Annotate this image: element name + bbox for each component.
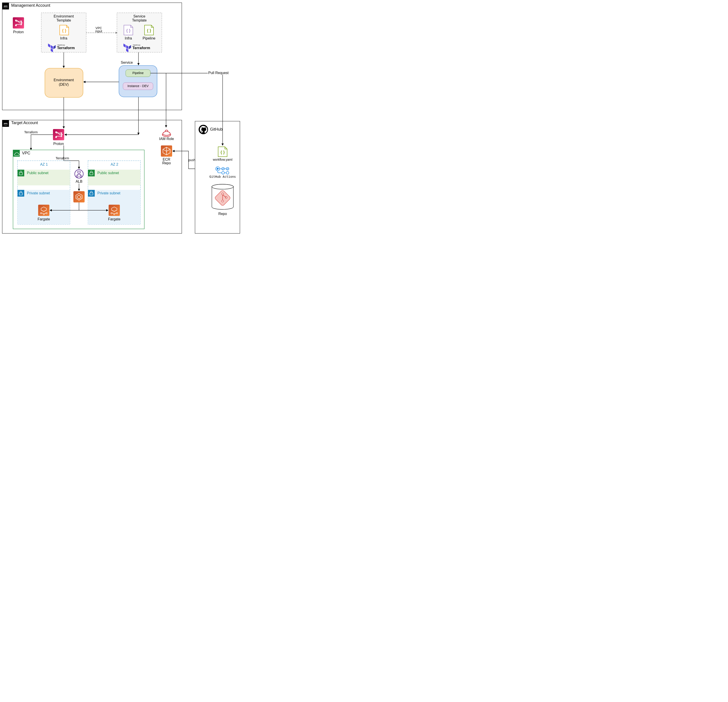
proton-icon: [13, 17, 24, 29]
svg-text:{ }: { }: [220, 150, 225, 155]
service-title: Service: [121, 61, 133, 64]
svg-point-70: [222, 193, 224, 195]
proton-to-vpc-terraform-edge: [31, 135, 53, 150]
service-instance-label: Instance - DEV: [127, 84, 149, 88]
vpc-input-edge: VPCinput: [86, 26, 117, 33]
env-template-tool-label: Terraform: [57, 46, 75, 50]
az1-label: AZ 1: [40, 162, 48, 166]
service-template-pipeline-label: Pipeline: [143, 36, 156, 40]
alb-icon: [75, 170, 83, 178]
svg-point-71: [222, 200, 224, 202]
repo-icon: [212, 184, 233, 209]
github-logo-icon: [199, 125, 208, 134]
environment-box: Environment(DEV): [45, 68, 83, 97]
service-template-pipeline-icon: { }: [144, 25, 153, 35]
service-template-tool-label: Terraform: [132, 46, 150, 50]
az2-public-subnet-label: Public subnet: [97, 171, 119, 175]
target-account-title: Target Account: [11, 120, 38, 125]
push-label: push: [189, 158, 195, 162]
ecs-icon: [74, 191, 85, 202]
az2-private-subnet-label: Private subnet: [97, 191, 120, 195]
svg-text:aws: aws: [4, 5, 7, 7]
service-template-infra-icon: { }: [124, 25, 133, 35]
svg-rect-32: [17, 170, 24, 176]
ecr-repo-label: ECR: [163, 157, 170, 161]
svg-text:{ }: { }: [126, 28, 130, 33]
svg-text:{ }: { }: [62, 28, 66, 33]
github-title: GitHub: [210, 127, 222, 131]
ecr-icon: [161, 146, 172, 157]
github-actions-label: GitHub Actions: [209, 175, 236, 178]
az1-fargate-label: Fargate: [38, 217, 50, 221]
svg-text:ECRRepo: ECRRepo: [162, 157, 171, 165]
svg-rect-37: [38, 205, 49, 216]
workflow-yaml-icon: { }: [218, 147, 227, 157]
svg-text:EnvironmentTemplate: EnvironmentTemplate: [53, 14, 74, 22]
repo-label: Repo: [218, 212, 227, 216]
terraform-edge-label-1: Terraform: [24, 130, 38, 134]
terraform-edge-label-2: Terraform: [56, 156, 69, 160]
proton-label: Proton: [13, 30, 23, 34]
proton-target-icon: [53, 129, 64, 140]
az1-private-subnet-label: Private subnet: [27, 191, 50, 195]
svg-point-66: [226, 172, 229, 174]
pull-request-label: Pull Request: [208, 71, 229, 75]
svg-rect-43: [88, 170, 95, 176]
az2-label: AZ 2: [111, 162, 118, 166]
architecture-diagram: aws Management Account Proton Environmen…: [0, 0, 243, 234]
alb-label: ALB: [76, 179, 82, 183]
env-template-infra-label: Infra: [60, 36, 67, 40]
environment-template-box: EnvironmentTemplate { } Infra HashiCorp …: [41, 13, 86, 52]
svg-point-68: [212, 184, 233, 189]
workflow-yaml-label: workflow.yaml: [212, 158, 232, 161]
svg-text:ServiceTemplate: ServiceTemplate: [132, 14, 147, 22]
svg-point-65: [222, 172, 224, 174]
service-template-box: ServiceTemplate { } Infra { } Pipeline H…: [117, 13, 162, 52]
iam-role-icon: [162, 130, 171, 136]
env-template-infra-icon: { }: [60, 25, 69, 35]
github-actions-icon: [216, 167, 229, 174]
az1-public-subnet-label: Public subnet: [27, 171, 49, 175]
svg-rect-48: [108, 205, 120, 216]
vpc-title: VPC: [22, 151, 30, 155]
proton-target-label: Proton: [53, 142, 64, 146]
fargate-icon: [108, 205, 120, 216]
az1-box: AZ 1 Public subnet Private subnet Fargat…: [17, 161, 70, 224]
svg-rect-35: [17, 190, 24, 196]
service-template-infra-label: Infra: [125, 36, 132, 40]
iam-role-label: IAM Role: [159, 137, 174, 141]
svg-rect-46: [88, 190, 95, 196]
service-box: Service Pipeline Instance - DEV: [119, 61, 157, 97]
svg-text:VPCinput: VPCinput: [95, 26, 102, 33]
svg-rect-56: [74, 191, 85, 202]
management-account-title: Management Account: [11, 3, 50, 8]
az2-box: AZ 2 Public subnet Private subnet Fargat…: [88, 161, 140, 224]
svg-text:aws: aws: [4, 122, 7, 124]
fargate-icon: [38, 205, 49, 216]
service-pipeline-label: Pipeline: [132, 71, 144, 75]
svg-text:{ }: { }: [147, 28, 151, 33]
az2-fargate-label: Fargate: [108, 217, 120, 221]
